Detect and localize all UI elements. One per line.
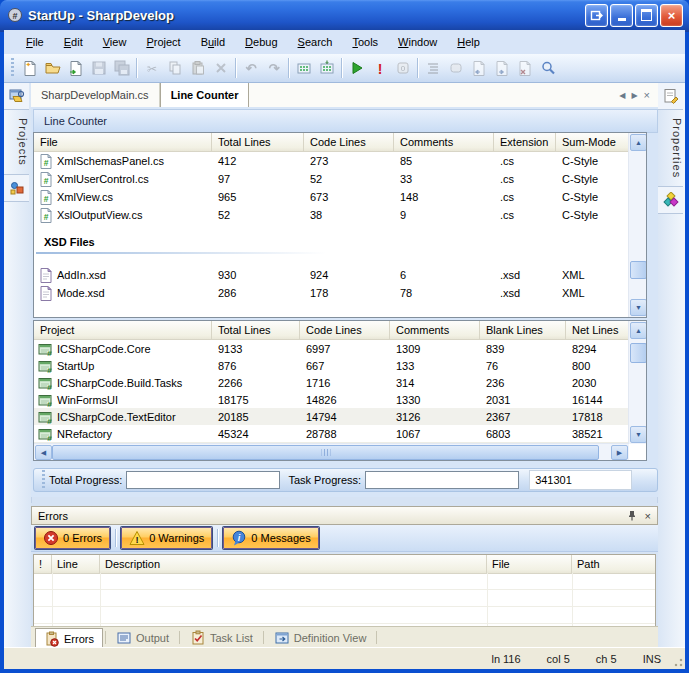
column-header-net-lines[interactable]: Net Lines: [566, 321, 630, 339]
menu-item-file[interactable]: File: [16, 32, 54, 52]
column-header-comments[interactable]: Comments: [390, 321, 480, 339]
column-header-total-lines[interactable]: Total Lines: [212, 321, 300, 339]
0-errors-button[interactable]: 0 Errors: [35, 527, 110, 549]
dock-tab-toolbox-icon[interactable]: [658, 187, 683, 214]
tab-line-counter[interactable]: Line Counter: [160, 83, 250, 107]
column-header-sum-mode[interactable]: Sum-Mode: [556, 133, 630, 151]
next-tab-arrow[interactable]: ▶: [631, 91, 637, 100]
dock-tab-projects[interactable]: [4, 83, 29, 110]
column-header-code-lines[interactable]: Code Lines: [304, 133, 394, 151]
close-tab-button[interactable]: ×: [644, 89, 650, 101]
scroll-thumb[interactable]: [630, 261, 647, 279]
column-header-comments[interactable]: Comments: [394, 133, 494, 151]
column-header-blank-lines[interactable]: Blank Lines: [480, 321, 566, 339]
column-header-line[interactable]: Line: [52, 555, 100, 573]
0-messages-button[interactable]: i0 Messages: [223, 527, 318, 549]
0-warnings-button[interactable]: !0 Warnings: [121, 527, 212, 549]
menu-item-window[interactable]: Window: [388, 32, 447, 52]
cs-file-icon: #: [38, 171, 54, 187]
menu-item-build[interactable]: Build: [191, 32, 235, 52]
open-file-icon[interactable]: [64, 57, 87, 79]
scroll-down-button[interactable]: ▼: [630, 426, 647, 443]
tab-sharpdevelopmain-cs[interactable]: SharpDevelopMain.cs: [31, 83, 160, 107]
table-row[interactable]: #WinFormsUI18175148261330203116144: [34, 391, 646, 408]
table-row[interactable]: AddIn.xsd9309246.xsdXML: [34, 266, 646, 284]
toolbar-grip[interactable]: [10, 58, 15, 78]
tab-definition-view[interactable]: Definition View: [266, 627, 375, 648]
close-icon[interactable]: ×: [645, 510, 651, 522]
menu-item-edit[interactable]: Edit: [54, 32, 93, 52]
horizontal-scrollbar[interactable]: ◀▶: [34, 443, 629, 460]
scroll-up-button[interactable]: ▲: [630, 134, 647, 151]
document-area: SharpDevelopMain.csLine Counter◀▶× Line …: [31, 83, 658, 648]
open-folder-icon[interactable]: [41, 57, 64, 79]
tab-output[interactable]: Output: [108, 627, 177, 648]
close-button[interactable]: ×: [660, 4, 683, 27]
column-header-total-lines[interactable]: Total Lines: [212, 133, 304, 151]
search-icon[interactable]: [536, 57, 559, 79]
column-header-description[interactable]: Description: [100, 555, 487, 573]
table-row[interactable]: #NRefactory45324287881067680338521: [34, 425, 646, 442]
menu-item-project[interactable]: Project: [136, 32, 190, 52]
vertical-scrollbar[interactable]: ▲▼: [628, 133, 646, 317]
dock-tab-properties[interactable]: [658, 83, 683, 110]
scroll-up-button[interactable]: ▲: [630, 322, 647, 339]
table-row[interactable]: #XmlView.cs965673148.csC-Style: [34, 188, 646, 206]
menu-item-help[interactable]: Help: [447, 32, 490, 52]
column-header-extension[interactable]: Extension: [494, 133, 556, 151]
row-name-cell: #XmlView.cs: [34, 189, 212, 205]
table-row[interactable]: #ICSharpCode.Build.Tasks2266171631423620…: [34, 374, 646, 391]
pin-icon[interactable]: [627, 510, 637, 521]
tab-task-list[interactable]: Task List: [182, 627, 261, 648]
toolbar-separator: [235, 58, 236, 78]
row-name-cell: #WinFormsUI: [34, 392, 212, 408]
scroll-thumb[interactable]: [52, 445, 599, 460]
table-row[interactable]: Mode.xsd28617878.xsdXML: [34, 284, 646, 302]
table-row[interactable]: #XmlUserControl.cs975233.csC-Style: [34, 170, 646, 188]
menu-item-debug[interactable]: Debug: [235, 32, 287, 52]
build-icon[interactable]: [292, 57, 315, 79]
run-icon[interactable]: [345, 57, 368, 79]
table-row[interactable]: #ICSharpCode.Core9133699713098398294: [34, 340, 646, 357]
column-header-file[interactable]: File: [487, 555, 572, 573]
table-row[interactable]: #XmlSchemasPanel.cs41227385.csC-Style: [34, 152, 646, 170]
table-row[interactable]: #ICSharpCode.TextEditor20185147943126236…: [34, 408, 646, 425]
errors-tab-icon: [44, 631, 60, 647]
dock-tab-label-properties[interactable]: Properties: [658, 110, 683, 187]
column-header-project[interactable]: Project: [34, 321, 212, 339]
row-cell: 148: [394, 191, 494, 203]
menu-item-tools[interactable]: Tools: [342, 32, 388, 52]
column-header-code-lines[interactable]: Code Lines: [300, 321, 390, 339]
xsd-file-icon: [38, 285, 54, 301]
menu-item-search[interactable]: Search: [288, 32, 343, 52]
column-header-file[interactable]: File: [34, 133, 212, 151]
maximize-button[interactable]: [635, 4, 658, 27]
stop-icon[interactable]: !: [368, 57, 391, 79]
new-file-icon[interactable]: ✦: [18, 57, 41, 79]
column-header--[interactable]: !: [34, 555, 52, 573]
progress-grip[interactable]: [41, 470, 46, 490]
table-row[interactable]: #XslOutputView.cs52389.csC-Style: [34, 206, 646, 224]
menu-item-view[interactable]: View: [93, 32, 137, 52]
progress-value: 341301: [529, 470, 632, 490]
scroll-down-button[interactable]: ▼: [630, 299, 647, 316]
status-line: ln 116: [491, 653, 520, 665]
dock-tab-classes-icon[interactable]: [4, 175, 29, 202]
vertical-scrollbar[interactable]: ▲▼: [628, 321, 646, 444]
dock-tab-label-projects[interactable]: Projects: [4, 110, 29, 175]
row-cell: .cs: [494, 155, 556, 167]
resize-grip[interactable]: [671, 655, 683, 667]
project-icon: #: [38, 341, 54, 357]
prev-tab-arrow[interactable]: ◀: [619, 91, 625, 100]
toolwindow-button[interactable]: [585, 4, 608, 27]
scroll-right-button[interactable]: ▶: [611, 445, 628, 460]
scroll-thumb[interactable]: [630, 343, 647, 363]
delete-icon: [209, 57, 232, 79]
table-row[interactable]: #StartUp87666713376800: [34, 357, 646, 374]
svg-text:✦: ✦: [25, 61, 31, 68]
tab-errors[interactable]: Errors: [35, 628, 103, 648]
column-header-path[interactable]: Path: [572, 555, 656, 573]
build-all-icon[interactable]: [315, 57, 338, 79]
minimize-button[interactable]: [610, 4, 633, 27]
scroll-left-button[interactable]: ◀: [35, 445, 52, 460]
